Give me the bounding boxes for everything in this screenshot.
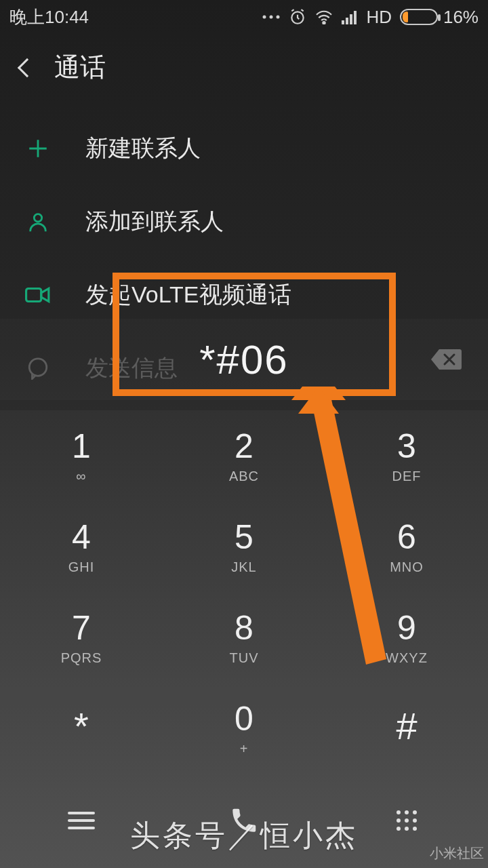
status-right: HD 16% [262, 7, 479, 28]
svg-rect-13 [68, 819, 95, 822]
svg-point-1 [270, 16, 273, 19]
svg-rect-6 [346, 18, 348, 24]
battery-indicator: 16% [400, 7, 479, 28]
status-bar: 晚上10:44 HD 16% [0, 0, 488, 34]
svg-point-22 [405, 827, 409, 831]
hd-indicator: HD [366, 7, 392, 28]
option-add-to-contact[interactable]: 添加到联系人 [23, 185, 465, 258]
option-label: 发起VoLTE视频通话 [85, 279, 291, 311]
svg-rect-10 [26, 289, 41, 302]
svg-point-2 [277, 16, 280, 19]
battery-percent: 16% [443, 7, 479, 28]
svg-rect-14 [68, 827, 95, 829]
person-icon [23, 210, 53, 233]
key-8[interactable]: 8TUV [163, 592, 325, 683]
dialpad-toggle-button[interactable] [393, 807, 420, 834]
dialed-number: *#06 [199, 336, 288, 383]
svg-rect-8 [354, 11, 357, 24]
backspace-button[interactable] [430, 348, 462, 371]
back-icon[interactable] [18, 58, 37, 77]
svg-point-19 [405, 818, 409, 823]
svg-point-0 [263, 16, 266, 19]
more-icon [262, 14, 281, 20]
svg-rect-12 [68, 812, 95, 814]
dial-keypad: 1∞ 2ABC 3DEF 4GHI 5JKL 6MNO 7PQRS 8TUV 9… [0, 410, 488, 773]
key-4[interactable]: 4GHI [0, 501, 163, 592]
key-1[interactable]: 1∞ [0, 410, 163, 501]
key-5[interactable]: 5JKL [163, 501, 325, 592]
svg-point-15 [396, 810, 401, 814]
call-button[interactable] [229, 806, 259, 835]
svg-point-16 [405, 810, 409, 814]
wifi-icon [314, 9, 333, 24]
video-icon [23, 285, 53, 305]
svg-point-4 [323, 22, 325, 24]
option-new-contact[interactable]: 新建联系人 [23, 112, 465, 185]
signal-icon [342, 9, 358, 24]
key-0[interactable]: 0+ [163, 682, 325, 773]
key-2[interactable]: 2ABC [163, 410, 325, 501]
key-hash[interactable]: # [325, 682, 488, 773]
key-7[interactable]: 7PQRS [0, 592, 163, 683]
svg-rect-5 [342, 20, 344, 24]
option-label: 新建联系人 [85, 133, 201, 164]
key-star[interactable]: * [0, 682, 163, 773]
svg-point-21 [396, 827, 401, 831]
svg-point-18 [396, 818, 401, 823]
key-6[interactable]: 6MNO [325, 501, 488, 592]
alarm-icon [289, 8, 306, 26]
status-time: 晚上10:44 [9, 5, 89, 29]
page-title: 通话 [54, 50, 106, 85]
svg-point-17 [413, 810, 417, 814]
svg-rect-7 [350, 14, 352, 24]
key-9[interactable]: 9WXYZ [325, 592, 488, 683]
svg-point-9 [34, 214, 41, 222]
header: 通话 [0, 34, 488, 92]
bottom-bar [0, 773, 488, 868]
battery-icon [400, 9, 438, 25]
plus-icon [23, 137, 53, 160]
key-3[interactable]: 3DEF [325, 410, 488, 501]
svg-point-23 [413, 827, 417, 831]
option-label: 添加到联系人 [85, 206, 224, 237]
menu-button[interactable] [68, 810, 95, 831]
dialed-number-row: *#06 [0, 319, 488, 400]
svg-point-20 [413, 818, 417, 823]
